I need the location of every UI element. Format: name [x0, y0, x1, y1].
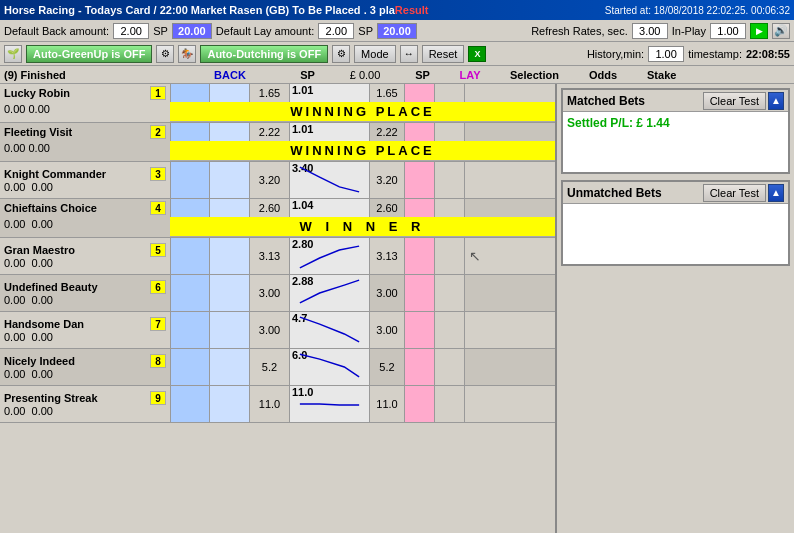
lay-cell-8a[interactable] [405, 349, 435, 385]
horse-row-5: Gran Maestro 5 0.00 0.00 3.13 2.80 3.13 [0, 238, 555, 275]
sp-cell-4: 2.60 [250, 199, 290, 217]
sp2-cell-7: 3.00 [370, 312, 405, 348]
play-button[interactable]: ▶ [750, 23, 768, 39]
win-banner-4: W I N N E R [170, 217, 555, 237]
sp-cell-1: 1.65 [250, 84, 290, 102]
back-cell-3b[interactable] [210, 162, 250, 198]
back-cell-7b[interactable] [210, 312, 250, 348]
back-cell-6b[interactable] [210, 275, 250, 311]
matched-bets-expand-button[interactable]: ▲ [768, 92, 784, 110]
back-cell-9a[interactable] [170, 386, 210, 422]
lay-cell-7b[interactable] [435, 312, 465, 348]
horse-row-2: Fleeting Visit 2 2.22 1.01 2.22 0.00 0.0… [0, 123, 555, 162]
back-cell-4b[interactable] [210, 199, 250, 217]
horse-name-3: Knight Commander [4, 168, 106, 180]
sp2-cell-1: 1.65 [370, 84, 405, 102]
unmatched-bets-body [563, 204, 788, 264]
inplay-label: In-Play [672, 25, 706, 37]
finished-label: (9) Finished [0, 69, 170, 81]
lay-amount-input[interactable] [318, 23, 354, 39]
horse-name-7: Handsome Dan [4, 318, 84, 330]
mode-button[interactable]: Mode [354, 45, 396, 63]
sp-amount-header: £ 0.00 [325, 69, 405, 81]
refresh-input[interactable] [632, 23, 668, 39]
inplay-input[interactable] [710, 23, 746, 39]
horse-number-3: 3 [150, 167, 166, 181]
win-banner-2: WINNING PLACE [170, 141, 555, 161]
back-cell-1b[interactable] [210, 84, 250, 102]
lay-cell-8b[interactable] [435, 349, 465, 385]
horse-odds-6: 0.00 0.00 [4, 294, 166, 306]
matched-bets-body: Settled P/L: £ 1.44 [563, 112, 788, 172]
main-content: Lucky Robin 1 1.65 1.01 1.65 0.00 0.00 W… [0, 84, 794, 533]
lay-cell-1a[interactable] [405, 84, 435, 102]
lay-cell-2a[interactable] [405, 123, 435, 141]
controls-row1: Default Back amount: SP Default Lay amou… [0, 20, 794, 42]
lay-cell-5a[interactable] [405, 238, 435, 274]
lay-cell-3a[interactable] [405, 162, 435, 198]
lay-cell-9b[interactable] [435, 386, 465, 422]
lay-cell-9a[interactable] [405, 386, 435, 422]
back-cell-1a[interactable] [170, 84, 210, 102]
icon-dutching[interactable]: 🏇 [178, 45, 196, 63]
chart-cell-8: 6.0 [290, 349, 370, 385]
sound-button[interactable]: 🔊 [772, 23, 790, 39]
back-cell-7a[interactable] [170, 312, 210, 348]
lay-cell-4a[interactable] [405, 199, 435, 217]
matched-bets-header: Matched Bets Clear Test ▲ [563, 90, 788, 112]
lay-cell-5b[interactable] [435, 238, 465, 274]
lay-cell-2b[interactable] [435, 123, 465, 141]
icon-greenup[interactable]: 🌱 [4, 45, 22, 63]
back-cell-4a[interactable] [170, 199, 210, 217]
unmatched-bets-title: Unmatched Bets [567, 186, 662, 200]
unmatched-bets-expand-button[interactable]: ▲ [768, 184, 784, 202]
selection-header: Selection [510, 69, 559, 81]
icon-dutching2[interactable]: ⚙ [332, 45, 350, 63]
back-cell-8a[interactable] [170, 349, 210, 385]
back-sp-label: SP [153, 25, 168, 37]
excel-button[interactable]: X [468, 46, 486, 62]
back-cell-2a[interactable] [170, 123, 210, 141]
back-amount-input[interactable] [113, 23, 149, 39]
right-headers: Selection Odds Stake [500, 69, 794, 81]
auto-dutching-button[interactable]: Auto-Dutching is OFF [200, 45, 328, 63]
reset-button[interactable]: Reset [422, 45, 465, 63]
history-input[interactable] [648, 46, 684, 62]
lay-cell-1b[interactable] [435, 84, 465, 102]
lay-cell-6b[interactable] [435, 275, 465, 311]
matched-bets-clear-button[interactable]: Clear Test [703, 92, 766, 110]
back-cell-5a[interactable] [170, 238, 210, 274]
horse-info-9: Presenting Streak 9 0.00 0.00 [0, 386, 170, 422]
lay-cell-4b[interactable] [435, 199, 465, 217]
back-sp-value[interactable] [172, 23, 212, 39]
settled-pl-text: Settled P/L: £ 1.44 [567, 116, 784, 130]
horse-odds-4: 0.00 0.00 [0, 217, 170, 237]
back-cell-3a[interactable] [170, 162, 210, 198]
stake-header: Stake [647, 69, 676, 81]
sp-cell-9: 11.0 [250, 386, 290, 422]
refresh-label: Refresh Rates, sec. [531, 25, 628, 37]
icon-greenup2[interactable]: ⚙ [156, 45, 174, 63]
mode-icon[interactable]: ↔ [400, 45, 418, 63]
horse-grid: Lucky Robin 1 1.65 1.01 1.65 0.00 0.00 W… [0, 84, 557, 533]
auto-greenup-button[interactable]: Auto-GreenUp is OFF [26, 45, 152, 63]
sp-cell-8: 5.2 [250, 349, 290, 385]
horse-name-6: Undefined Beauty [4, 281, 98, 293]
horse-info-7: Handsome Dan 7 0.00 0.00 [0, 312, 170, 348]
horse-name-4: Chieftains Choice [4, 202, 97, 214]
back-cell-2b[interactable] [210, 123, 250, 141]
back-cell-8b[interactable] [210, 349, 250, 385]
back-cell-9b[interactable] [210, 386, 250, 422]
back-cell-6a[interactable] [170, 275, 210, 311]
horse-info-6: Undefined Beauty 6 0.00 0.00 [0, 275, 170, 311]
lay-cell-7a[interactable] [405, 312, 435, 348]
lay-sp-value[interactable] [377, 23, 417, 39]
lay-cell-3b[interactable] [435, 162, 465, 198]
horse-odds-8: 0.00 0.00 [4, 368, 166, 380]
history-label: History,min: [587, 48, 644, 60]
sp2-cell-8: 5.2 [370, 349, 405, 385]
back-header: BACK [170, 69, 290, 81]
unmatched-bets-clear-button[interactable]: Clear Test [703, 184, 766, 202]
back-cell-5b[interactable] [210, 238, 250, 274]
lay-cell-6a[interactable] [405, 275, 435, 311]
